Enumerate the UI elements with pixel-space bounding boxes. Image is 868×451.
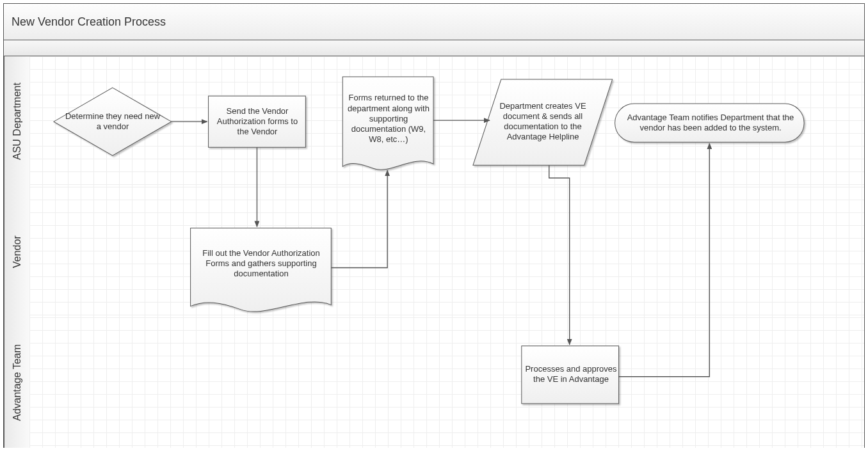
lane-label-text: Advantage Team <box>12 344 23 421</box>
node-text: Forms returned to the department along w… <box>343 79 434 159</box>
svg-marker-2 <box>473 79 613 165</box>
diagram-frame: New Vendor Creation Process ASU Departme… <box>3 3 865 448</box>
diagram-title: New Vendor Creation Process <box>4 4 864 40</box>
shape-document <box>342 77 433 170</box>
shapes-svg <box>29 56 864 448</box>
node-text: Advantage Team notifies Department that … <box>618 105 803 141</box>
connector <box>619 143 710 377</box>
shape-terminator <box>615 104 805 142</box>
node-text: Fill out the Vendor Authorization Forms … <box>193 232 329 296</box>
node-text: Determine they need new a vendor <box>60 101 165 142</box>
diagram-title-text: New Vendor Creation Process <box>12 15 166 29</box>
connector <box>549 165 570 344</box>
shape-process <box>522 346 619 404</box>
diagram-subheader <box>4 40 864 56</box>
shape-process <box>209 96 306 147</box>
lane-label-vendor: Vendor <box>4 187 30 317</box>
shape-data <box>473 79 613 165</box>
shape-document <box>191 228 332 312</box>
node-text: Send the Vendor Authorization forms to t… <box>209 96 306 147</box>
diagram-canvas: Determine they need new a vendor Send th… <box>29 56 864 448</box>
svg-rect-4 <box>615 104 805 142</box>
svg-marker-0 <box>54 88 172 155</box>
node-text: Department creates VE document & sends a… <box>485 82 600 161</box>
lane-label-asu-department: ASU Department <box>4 56 30 187</box>
lane-label-advantage-team: Advantage Team <box>4 317 30 448</box>
svg-rect-3 <box>522 346 619 404</box>
swimlanes: ASU Department Vendor Advantage Team <box>4 56 864 448</box>
connector <box>331 170 387 267</box>
node-text: Processes and approves the VE in Advanta… <box>522 345 620 403</box>
lane-label-text: ASU Department <box>12 83 23 161</box>
lane-label-text: Vendor <box>12 236 23 269</box>
svg-rect-1 <box>209 96 306 147</box>
shape-decision <box>54 88 172 155</box>
page: New Vendor Creation Process ASU Departme… <box>0 0 868 451</box>
